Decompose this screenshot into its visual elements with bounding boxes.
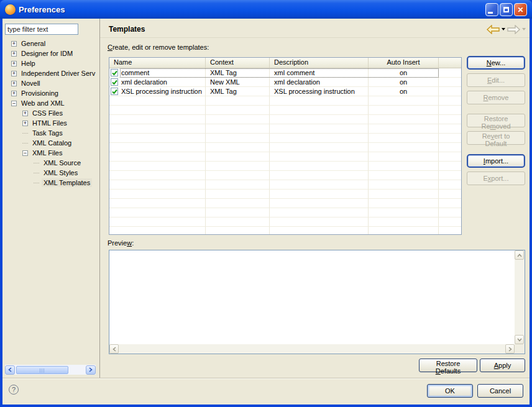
sidebar-item-designer-for-idm[interactable]: +Designer for IDM bbox=[2, 48, 99, 58]
edit-button[interactable]: Edit... bbox=[467, 73, 525, 87]
close-button[interactable]: ✕ bbox=[514, 3, 527, 16]
import-button[interactable]: Import... bbox=[467, 154, 525, 168]
new-button[interactable]: New... bbox=[467, 56, 525, 70]
sidebar-item-help[interactable]: +Help bbox=[2, 58, 99, 68]
scroll-right-button[interactable] bbox=[86, 365, 96, 375]
sidebar-item-provisioning[interactable]: +Provisioning bbox=[2, 88, 99, 98]
empty-table-row[interactable] bbox=[109, 152, 461, 162]
column-header-auto-insert[interactable]: Auto Insert bbox=[369, 58, 439, 68]
cancel-button[interactable]: Cancel bbox=[477, 384, 523, 398]
template-row-xml-declaration[interactable]: xml declarationNew XMLxml declarationon bbox=[109, 78, 461, 87]
preview-vertical-scrollbar[interactable] bbox=[515, 250, 525, 344]
preview-area[interactable] bbox=[109, 250, 525, 354]
empty-table-row[interactable] bbox=[109, 190, 461, 199]
ok-button[interactable]: OK bbox=[427, 384, 473, 398]
empty-table-row[interactable] bbox=[109, 143, 461, 152]
sidebar-item-xml-source[interactable]: XML Source bbox=[2, 158, 99, 168]
scroll-down-button[interactable] bbox=[515, 335, 524, 344]
empty-table-row[interactable] bbox=[109, 124, 461, 134]
column-header-description[interactable]: Description bbox=[270, 58, 369, 68]
titlebar[interactable]: Preferences ✕ bbox=[0, 0, 532, 19]
sidebar-item-xml-templates[interactable]: XML Templates bbox=[2, 178, 99, 188]
sidebar-item-independent-driver-serv[interactable]: +Independent Driver Serv bbox=[2, 68, 99, 78]
empty-table-row[interactable] bbox=[109, 134, 461, 143]
sidebar-item-xml-files[interactable]: −XML Files bbox=[2, 148, 99, 158]
empty-table-row[interactable] bbox=[109, 227, 461, 235]
column-header-name[interactable]: Name bbox=[109, 58, 206, 68]
back-icon[interactable] bbox=[487, 25, 500, 34]
scroll-right-button[interactable] bbox=[505, 344, 515, 354]
help-button[interactable]: ? bbox=[9, 385, 19, 395]
expand-icon[interactable]: + bbox=[22, 111, 28, 116]
restore-defaults-button[interactable]: Restore Defaults bbox=[419, 359, 477, 372]
preferences-window: Preferences ✕ +General+Designer for IDM+… bbox=[0, 0, 532, 407]
revert-to-default-button[interactable]: Revert to Default bbox=[467, 131, 525, 145]
restore-removed-button[interactable]: Restore Removed bbox=[467, 114, 525, 127]
expand-icon[interactable]: + bbox=[11, 51, 17, 57]
tree-horizontal-scrollbar[interactable] bbox=[5, 365, 96, 375]
scroll-up-button[interactable] bbox=[515, 250, 524, 260]
back-menu-caret-icon[interactable] bbox=[502, 28, 505, 30]
table-body: commentXML Tagxml commentonxml declarati… bbox=[109, 68, 461, 235]
tree-connector bbox=[22, 143, 28, 144]
templates-table[interactable]: NameContextDescriptionAuto Insert commen… bbox=[109, 57, 462, 235]
sidebar-item-html-files[interactable]: +HTML Files bbox=[2, 118, 99, 128]
scroll-thumb[interactable] bbox=[16, 366, 68, 374]
dialog-body: +General+Designer for IDM+Help+Independe… bbox=[2, 19, 530, 405]
sidebar-item-label: Help bbox=[19, 59, 37, 68]
remove-button[interactable]: Remove bbox=[467, 91, 525, 104]
create-templates-label: Create, edit or remove templates: bbox=[108, 43, 209, 51]
sidebar-item-task-tags[interactable]: Task Tags bbox=[2, 128, 99, 138]
expand-icon[interactable]: + bbox=[11, 81, 17, 86]
empty-table-row[interactable] bbox=[109, 180, 461, 190]
empty-table-row[interactable] bbox=[109, 106, 461, 115]
collapse-icon[interactable]: − bbox=[22, 150, 28, 156]
close-icon: ✕ bbox=[517, 6, 523, 14]
maximize-button[interactable] bbox=[500, 3, 513, 16]
sidebar-item-label: Provisioning bbox=[19, 89, 60, 98]
sidebar-item-css-files[interactable]: +CSS Files bbox=[2, 108, 99, 118]
sidebar-item-label: Web and XML bbox=[19, 99, 66, 107]
expand-icon[interactable]: + bbox=[22, 121, 28, 126]
filter-input[interactable] bbox=[5, 24, 78, 35]
template-row-comment[interactable]: commentXML Tagxml commenton bbox=[109, 68, 461, 78]
sidebar-item-xml-catalog[interactable]: XML Catalog bbox=[2, 138, 99, 148]
expand-icon[interactable]: + bbox=[11, 91, 17, 96]
preview-horizontal-scrollbar[interactable] bbox=[109, 344, 515, 354]
empty-table-row[interactable] bbox=[109, 199, 461, 208]
column-header-context[interactable]: Context bbox=[206, 58, 270, 68]
template-name: comment bbox=[121, 69, 149, 76]
sidebar-item-label: HTML Files bbox=[30, 119, 69, 127]
template-row-xsl-processing-instruction[interactable]: XSL processing instructionXML TagXSL pro… bbox=[109, 87, 461, 96]
sidebar-item-general[interactable]: +General bbox=[2, 39, 99, 48]
template-checkbox[interactable] bbox=[111, 88, 118, 95]
template-checkbox[interactable] bbox=[111, 78, 118, 86]
category-tree: +General+Designer for IDM+Help+Independe… bbox=[2, 39, 99, 364]
chevron-left-icon bbox=[112, 347, 116, 352]
export-button[interactable]: Export... bbox=[467, 171, 525, 185]
expand-icon[interactable]: + bbox=[11, 61, 17, 66]
window-controls: ✕ bbox=[485, 3, 527, 16]
scroll-left-button[interactable] bbox=[5, 365, 15, 375]
sidebar-item-xml-styles[interactable]: XML Styles bbox=[2, 168, 99, 178]
empty-table-row[interactable] bbox=[109, 115, 461, 124]
empty-table-row[interactable] bbox=[109, 217, 461, 227]
sidebar-item-web-and-xml[interactable]: −Web and XML bbox=[2, 98, 99, 108]
tree-connector bbox=[34, 183, 39, 183]
empty-table-row[interactable] bbox=[109, 96, 461, 106]
forward-icon[interactable] bbox=[507, 25, 520, 34]
expand-icon[interactable]: + bbox=[11, 41, 17, 47]
empty-table-row[interactable] bbox=[109, 171, 461, 180]
empty-table-row[interactable] bbox=[109, 162, 461, 171]
template-description: xml declaration bbox=[270, 78, 369, 87]
forward-menu-caret-icon[interactable] bbox=[522, 28, 526, 30]
expand-icon[interactable]: + bbox=[11, 71, 17, 76]
scroll-left-button[interactable] bbox=[109, 344, 119, 354]
apply-button[interactable]: Apply bbox=[480, 359, 525, 372]
minimize-button[interactable] bbox=[485, 3, 498, 16]
collapse-icon[interactable]: − bbox=[11, 101, 17, 106]
chevron-up-icon bbox=[517, 254, 522, 257]
template-checkbox[interactable] bbox=[111, 69, 118, 76]
empty-table-row[interactable] bbox=[109, 208, 461, 217]
sidebar-item-novell[interactable]: +Novell bbox=[2, 78, 99, 88]
